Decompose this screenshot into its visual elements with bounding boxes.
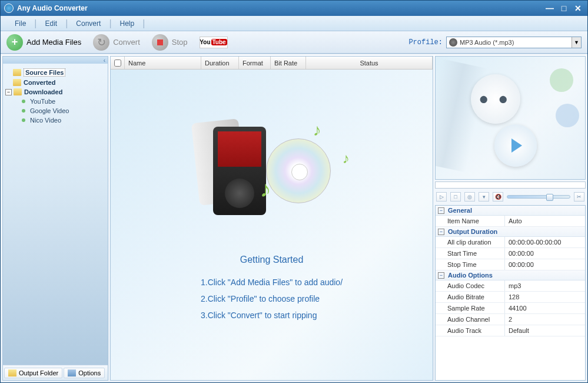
prop-codec[interactable]: Audio Codecmp3 [436,280,585,292]
list-header: Name Duration Format Bit Rate Status [111,57,433,70]
profile-select[interactable]: MP3 Audio (*.mp3) ▼ [446,37,582,48]
collapse-icon[interactable]: − [5,89,12,95]
menu-edit[interactable]: Edit [37,19,66,28]
tree-nico-video[interactable]: Nico Video [5,115,105,125]
menubar: File| Edit| Convert| Help| [1,16,587,31]
tree-label: Source Files [24,68,65,77]
stop-button[interactable]: Stop [152,34,188,51]
folder-icon [14,88,22,95]
tree-label: YouTube [30,98,55,105]
profile-value: MP3 Audio (*.mp3) [460,39,572,46]
tree-downloaded[interactable]: − Downloaded [5,87,105,97]
menu-help[interactable]: Help [112,19,143,28]
youtube-button[interactable]: YouTube [200,37,228,48]
snapshot-button[interactable]: ◎ [464,192,475,202]
chevron-down-icon: ▼ [572,37,581,48]
tree-label: Google Video [30,107,69,114]
main-area: Name Duration Format Bit Rate Status ♪♪♪… [110,56,433,381]
tree-youtube[interactable]: YouTube [5,97,105,106]
convert-button[interactable]: ↻ Convert [93,34,140,51]
group-audio-options[interactable]: −Audio Options [436,270,585,280]
right-panel: ▷ □ ◎ ▾ 🔇 ✂ −General Item NameAuto −Outp… [435,56,586,381]
dot-icon [22,109,25,113]
sidebar-footer: Output Folder Options [3,365,108,380]
add-media-label: Add Media Files [26,38,81,47]
illustration: ♪♪♪ [172,115,372,233]
mute-button[interactable]: 🔇 [493,192,503,202]
group-output-duration[interactable]: −Output Duration [436,227,585,237]
plus-icon: + [6,34,23,51]
app-icon [4,4,14,13]
add-media-button[interactable]: + Add Media Files [6,34,81,51]
sidebar-collapse[interactable]: ‹ [3,57,108,64]
tree-google-video[interactable]: Google Video [5,106,105,115]
prop-bitrate[interactable]: Audio Bitrate128 [436,292,585,303]
gs-step-3: 3.Click "Convert" to start ripping [201,307,343,323]
dot-icon [22,100,25,103]
tools-icon [68,369,76,377]
prop-stop-time[interactable]: Stop Time00:00:00 [436,259,585,270]
options-label: Options [78,369,101,377]
folder-icon [13,69,21,76]
play-button[interactable]: ▷ [436,192,447,202]
folder-icon [13,79,21,86]
convert-label: Convert [113,38,140,47]
prop-sample[interactable]: Sample Rate44100 [436,303,585,314]
gs-step-2: 2.Click "Profile" to choose profile [201,290,343,307]
cut-button[interactable]: ✂ [574,192,584,202]
play-icon [494,124,537,167]
gs-step-1: 1.Click "Add Media Files" to add audio/ [201,274,343,290]
collapse-icon[interactable]: − [438,229,444,235]
stop-label: Stop [172,38,188,47]
menu-file[interactable]: File [6,19,34,28]
prop-all-clip[interactable]: All clip duration00:00:00-00:00:00 [436,237,585,248]
getting-started: Getting Started 1.Click "Add Media Files… [201,250,343,323]
col-name[interactable]: Name [125,57,201,69]
prop-track[interactable]: Audio TrackDefault [436,325,585,336]
menu-convert[interactable]: Convert [68,19,109,28]
reel-icon [471,74,520,124]
col-status[interactable]: Status [306,57,433,69]
progress-bar[interactable] [435,181,586,189]
volume-slider[interactable] [507,195,570,199]
tree-label: Converted [24,79,55,86]
prop-start-time[interactable]: Start Time00:00:00 [436,248,585,259]
tree-label: Downloaded [24,88,62,95]
stop-icon [152,34,168,51]
minimize-button[interactable]: — [544,4,556,13]
gs-title: Getting Started [201,250,343,269]
stop-player-button[interactable]: □ [450,192,461,202]
col-duration[interactable]: Duration [201,57,239,69]
tree-label: Nico Video [30,117,61,124]
select-all-checkbox[interactable] [111,57,125,69]
output-folder-label: Output Folder [19,369,58,377]
preview-pane [435,56,586,180]
player-controls: ▷ □ ◎ ▾ 🔇 ✂ [435,190,586,203]
prop-item-name[interactable]: Item NameAuto [436,216,585,227]
group-general[interactable]: −General [436,206,585,216]
col-bitrate[interactable]: Bit Rate [271,57,306,69]
tree-source-files[interactable]: Source Files [5,67,105,78]
close-button[interactable]: ✕ [572,4,584,13]
app-title: Any Audio Converter [17,4,542,12]
maximize-button[interactable]: □ [558,4,570,13]
dot-icon [22,118,25,122]
sidebar: ‹ Source Files Converted − Downloaded Yo… [2,56,108,381]
col-format[interactable]: Format [239,57,271,69]
collapse-icon[interactable]: − [438,272,444,279]
sidebar-tree: Source Files Converted − Downloaded YouT… [3,64,108,365]
tree-converted[interactable]: Converted [5,78,105,87]
profile-label: Profile: [408,38,443,47]
output-folder-button[interactable]: Output Folder [4,368,62,378]
cd-icon [449,38,457,47]
folder-icon [8,369,16,377]
list-body: ♪♪♪ Getting Started 1.Click "Add Media F… [111,70,433,380]
toolbar: + Add Media Files ↻ Convert Stop YouTube… [1,31,587,54]
properties-panel: −General Item NameAuto −Output Duration … [435,205,586,381]
options-button[interactable]: Options [64,368,105,378]
expand-button[interactable]: ▾ [479,192,489,202]
titlebar: Any Audio Converter — □ ✕ [1,1,587,16]
collapse-icon[interactable]: − [438,207,444,214]
prop-channel[interactable]: Audio Channel2 [436,314,585,325]
convert-icon: ↻ [93,34,109,51]
